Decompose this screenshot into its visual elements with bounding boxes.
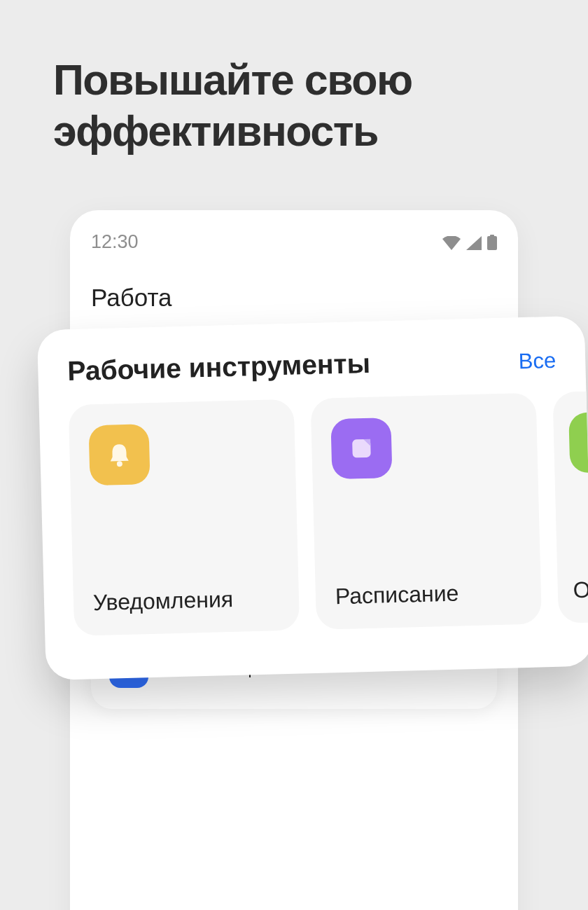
bell-icon	[88, 424, 150, 485]
svg-rect-1	[490, 235, 494, 237]
note-icon	[330, 418, 392, 479]
tool-tile-label: Расписание	[335, 579, 522, 609]
tool-tile-label: О	[573, 576, 588, 604]
tool-tile-schedule[interactable]: Расписание	[311, 393, 542, 630]
signal-icon	[466, 236, 482, 250]
svg-rect-0	[487, 236, 497, 250]
marketing-headline: Повышайте свою эффективность	[53, 55, 546, 157]
tools-section-title: Рабочие инструменты	[67, 348, 371, 387]
tool-tile-partial[interactable]: О	[552, 390, 588, 623]
battery-icon	[487, 235, 497, 250]
status-time: 12:30	[91, 231, 139, 253]
tools-all-link[interactable]: Все	[518, 348, 556, 374]
tool-tile-notifications[interactable]: Уведомления	[69, 399, 300, 636]
doc-icon	[568, 411, 588, 473]
tools-card: Рабочие инструменты Все Уведомления Расп…	[37, 316, 588, 680]
tools-row[interactable]: Уведомления Расписание О	[39, 392, 588, 637]
status-icons	[442, 235, 497, 250]
tool-tile-label: Уведомления	[93, 585, 280, 616]
page-title: Работа	[70, 253, 518, 312]
svg-point-6	[117, 461, 122, 467]
status-bar: 12:30	[70, 210, 518, 253]
wifi-icon	[442, 236, 461, 250]
